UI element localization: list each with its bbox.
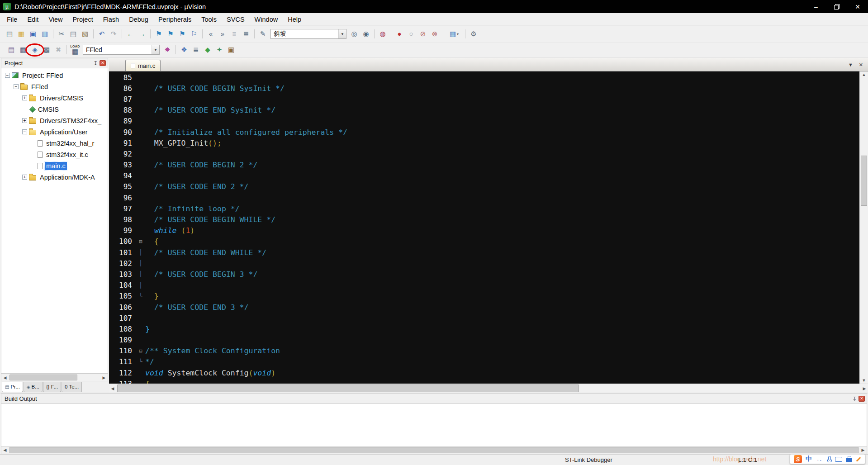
scroll-right-icon[interactable]: ▶ (100, 375, 108, 380)
code-line-108[interactable]: 108} (109, 323, 859, 334)
code-line-98[interactable]: 98 /* USER CODE BEGIN WHILE */ (109, 214, 859, 225)
scroll-thumb[interactable] (9, 375, 77, 380)
tree-item-ffled[interactable]: −FFled (1, 81, 108, 92)
keyboard-icon[interactable] (835, 457, 842, 462)
search-combobox[interactable]: 斜坡 ▼ (270, 29, 346, 39)
tab-list-dropdown-icon[interactable]: ▼ (848, 62, 853, 68)
sogou-logo-icon[interactable]: S (794, 455, 802, 463)
build-target-button[interactable]: ▦ (18, 44, 28, 56)
code-line-104[interactable]: 104│ (109, 280, 859, 291)
stop-build-button[interactable]: ✖ (53, 44, 64, 56)
code-lines[interactable]: 8586 /* USER CODE BEGIN SysInit */8788 /… (109, 71, 859, 384)
toolbox-icon[interactable] (846, 458, 852, 462)
editor-vertical-scrollbar[interactable]: ▲ ▼ (859, 71, 868, 384)
download-button[interactable]: LOAD▦ (70, 44, 81, 56)
manage-rte-button[interactable]: ◆ (202, 44, 213, 56)
code-line-86[interactable]: 86 /* USER CODE BEGIN SysInit */ (109, 83, 859, 94)
microphone-icon[interactable] (827, 456, 831, 462)
menu-project[interactable]: Project (68, 14, 98, 25)
chevron-down-icon[interactable]: ▼ (152, 45, 159, 54)
bookmark-next-button[interactable]: ⚑ (177, 28, 188, 40)
comment-selection-button[interactable]: ≡ (229, 28, 240, 40)
expand-icon[interactable]: + (22, 175, 27, 180)
menu-svcs[interactable]: SVCS (222, 14, 250, 25)
scroll-track[interactable] (9, 374, 100, 381)
redo-button[interactable]: ↷ (108, 28, 119, 40)
code-editor[interactable]: 8586 /* USER CODE BEGIN SysInit */8788 /… (109, 71, 868, 384)
options-for-target-button[interactable]: ✸ (162, 44, 173, 56)
pin-icon[interactable]: ↧ (852, 396, 857, 402)
menu-debug[interactable]: Debug (124, 14, 153, 25)
code-line-93[interactable]: 93 /* USER CODE BEGIN 2 */ (109, 160, 859, 171)
code-line-97[interactable]: 97 /* Infinite loop */ (109, 203, 859, 214)
enable-disable-breakpoint-button[interactable]: ○ (406, 28, 417, 40)
build-output-content[interactable] (1, 404, 867, 446)
menu-help[interactable]: Help (283, 14, 306, 25)
open-file-button[interactable]: ▦ (16, 28, 27, 40)
bookmark-clear-all-button[interactable]: ⚐ (189, 28, 199, 40)
menu-view[interactable]: View (43, 14, 67, 25)
close-button[interactable]: ✕ (847, 0, 868, 13)
code-line-91[interactable]: 91 MX_GPIO_Init(); (109, 138, 859, 148)
code-line-87[interactable]: 87 (109, 94, 859, 104)
code-line-109[interactable]: 109 (109, 335, 859, 346)
tree-item-drivers-stm32f4xx[interactable]: +Drivers/STM32F4xx_ (1, 115, 108, 126)
search-input[interactable]: 斜坡 (271, 30, 338, 38)
code-line-101[interactable]: 101│ /* USER CODE END WHILE */ (109, 247, 859, 258)
cut-button[interactable]: ✂ (56, 28, 67, 40)
code-line-113[interactable]: 113{ (109, 378, 859, 384)
tree-item-application-mdk-a[interactable]: +Application/MDK-A (1, 171, 108, 183)
code-line-105[interactable]: 105└ } (109, 291, 859, 302)
code-line-94[interactable]: 94 (109, 171, 859, 181)
close-panel-icon[interactable]: ✕ (859, 396, 865, 402)
copy-button[interactable]: ▤ (68, 28, 79, 40)
code-line-103[interactable]: 103│ /* USER CODE BEGIN 3 */ (109, 269, 859, 280)
collapse-icon[interactable]: − (22, 129, 27, 134)
menu-flash[interactable]: Flash (98, 14, 124, 25)
code-line-100[interactable]: 100⊟ { (109, 236, 859, 247)
menu-peripherals[interactable]: Peripherals (153, 14, 196, 25)
panel-tab-2[interactable]: {} F... (43, 382, 61, 392)
undo-button[interactable]: ↶ (96, 28, 107, 40)
scroll-left-icon[interactable]: ◀ (1, 448, 9, 452)
find-button[interactable]: ◉ (360, 28, 371, 40)
chevron-down-icon[interactable]: ▾ (457, 32, 459, 36)
batch-build-button[interactable]: ▩ (41, 44, 52, 56)
code-line-92[interactable]: 92 (109, 148, 859, 159)
code-line-111[interactable]: 111└*/ (109, 356, 859, 367)
scroll-up-icon[interactable]: ▲ (860, 72, 868, 77)
panel-tab-0[interactable]: ▤Pr... (2, 382, 23, 392)
code-line-90[interactable]: 90 /* Initialize all configured peripher… (109, 127, 859, 138)
incremental-find-button[interactable]: ◍ (377, 28, 388, 40)
paste-button[interactable]: ▧ (80, 28, 90, 40)
tree-item-stm32f4xx-it-c[interactable]: stm32f4xx_it.c (1, 149, 108, 160)
scroll-track[interactable] (9, 446, 859, 454)
build-output-scrollbar[interactable]: ◀ ▶ (1, 446, 867, 454)
close-document-icon[interactable]: ✕ (859, 62, 863, 68)
uncomment-selection-button[interactable]: ≣ (241, 28, 251, 40)
minimize-button[interactable]: – (806, 0, 826, 13)
scroll-thumb[interactable] (117, 384, 579, 392)
insert-remove-breakpoint-button[interactable]: ● (394, 28, 405, 40)
indent-button[interactable]: » (217, 28, 228, 40)
tree-item-main-c[interactable]: main.c (1, 160, 108, 171)
ime-language-toggle[interactable]: 中 (806, 455, 812, 463)
code-line-112[interactable]: 112void SystemClock_Config(void) (109, 367, 859, 378)
file-extensions-button[interactable]: ❖ (179, 44, 190, 56)
code-line-106[interactable]: 106 /* USER CODE END 3 */ (109, 302, 859, 313)
code-line-96[interactable]: 96 (109, 192, 859, 203)
rebuild-all-button[interactable]: ◈ (29, 44, 40, 56)
code-line-102[interactable]: 102│ (109, 258, 859, 269)
menu-tools[interactable]: Tools (196, 14, 222, 25)
close-panel-icon[interactable]: ✕ (100, 60, 106, 66)
project-horizontal-scrollbar[interactable]: ◀ ▶ (1, 374, 108, 381)
tree-item-cmsis[interactable]: CMSIS (1, 104, 108, 115)
code-line-88[interactable]: 88 /* USER CODE END SysInit */ (109, 105, 859, 116)
ime-punctuation-toggle[interactable]: ，。 (816, 456, 824, 462)
start-stop-debug-button[interactable]: ▦▾ (446, 28, 462, 40)
translate-file-button[interactable]: ▤ (6, 44, 17, 56)
target-select-combobox[interactable]: FFled ▼ (83, 45, 160, 55)
code-line-95[interactable]: 95 /* USER CODE END 2 */ (109, 181, 859, 192)
scroll-thumb[interactable] (861, 156, 867, 205)
bookmark-toggle-button[interactable]: ⚑ (153, 28, 164, 40)
